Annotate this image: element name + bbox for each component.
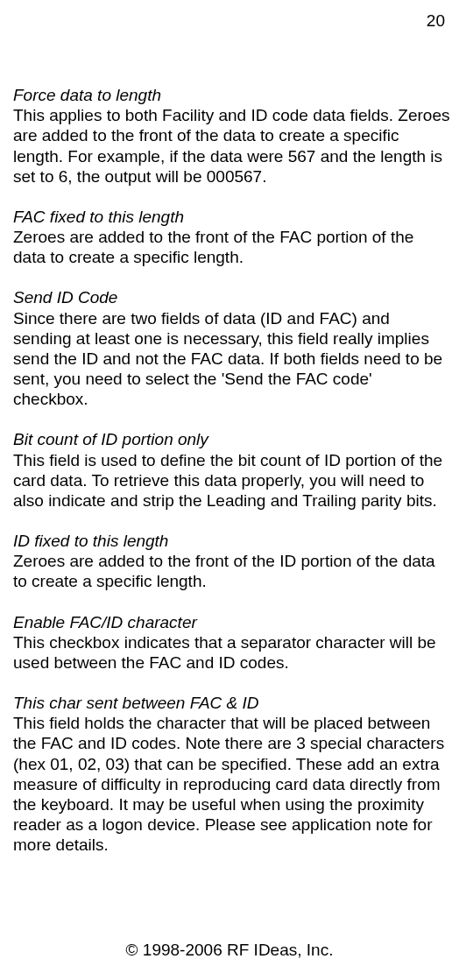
section-force-data-to-length: Force data to length This applies to bot…	[13, 85, 450, 187]
section-heading: This char sent between FAC & ID	[13, 693, 450, 713]
section-heading: Force data to length	[13, 85, 450, 105]
section-heading: ID fixed to this length	[13, 531, 450, 551]
section-enable-fac-id-char: Enable FAC/ID character This checkbox in…	[13, 612, 450, 673]
section-heading: Send ID Code	[13, 287, 450, 307]
section-body: This checkbox indicates that a separator…	[13, 632, 450, 673]
section-fac-fixed-length: FAC fixed to this length Zeroes are adde…	[13, 207, 450, 268]
copyright-footer: © 1998-2006 RF IDeas, Inc.	[0, 940, 459, 960]
section-char-between-fac-id: This char sent between FAC & ID This fie…	[13, 693, 450, 855]
section-heading: FAC fixed to this length	[13, 207, 450, 227]
section-heading: Enable FAC/ID character	[13, 612, 450, 632]
section-body: Zeroes are added to the front of the ID …	[13, 551, 450, 591]
section-body: Since there are two fields of data (ID a…	[13, 308, 450, 410]
section-body: This applies to both Facility and ID cod…	[13, 105, 450, 187]
section-id-fixed-length: ID fixed to this length Zeroes are added…	[13, 531, 450, 592]
section-heading: Bit count of ID portion only	[13, 429, 450, 449]
section-body: This field is used to define the bit cou…	[13, 450, 450, 511]
document-content: Force data to length This applies to bot…	[13, 85, 450, 856]
section-body: This field holds the character that will…	[13, 713, 450, 855]
page-number: 20	[427, 11, 445, 31]
section-body: Zeroes are added to the front of the FAC…	[13, 227, 450, 267]
section-bit-count-id: Bit count of ID portion only This field …	[13, 429, 450, 511]
section-send-id-code: Send ID Code Since there are two fields …	[13, 287, 450, 409]
